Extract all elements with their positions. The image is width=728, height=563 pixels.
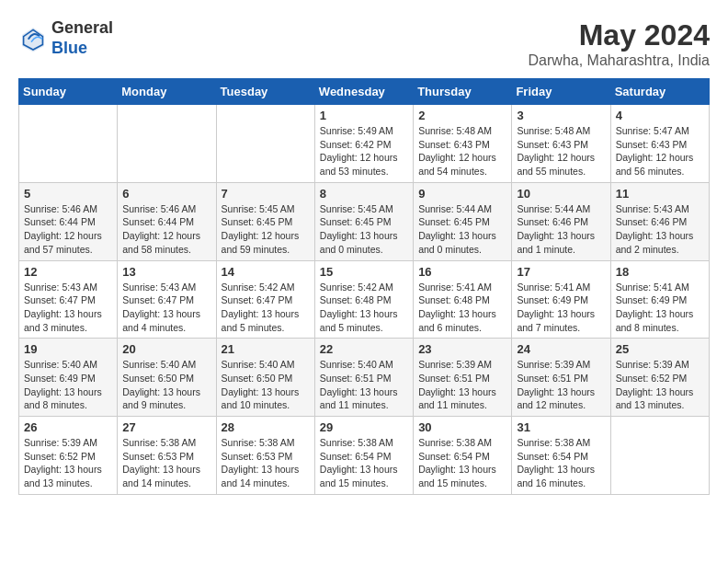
day-header-wednesday: Wednesday (314, 79, 413, 105)
day-info: Sunrise: 5:45 AMSunset: 6:45 PMDaylight:… (222, 202, 310, 257)
day-cell: 13Sunrise: 5:43 AMSunset: 6:47 PMDayligh… (118, 260, 216, 339)
page-header: General Blue May 2024 Darwha, Maharashtr… (18, 18, 710, 69)
logo: General Blue (18, 18, 113, 58)
day-cell: 2Sunrise: 5:48 AMSunset: 6:43 PMDaylight… (414, 105, 512, 183)
day-cell: 3Sunrise: 5:48 AMSunset: 6:43 PMDaylight… (512, 105, 610, 183)
day-cell: 27Sunrise: 5:38 AMSunset: 6:53 PMDayligh… (118, 417, 216, 495)
day-cell: 19Sunrise: 5:40 AMSunset: 6:49 PMDayligh… (19, 339, 118, 417)
day-number: 2 (418, 109, 506, 122)
location: Darwha, Maharashtra, India (529, 52, 710, 69)
day-cell: 14Sunrise: 5:42 AMSunset: 6:47 PMDayligh… (216, 260, 314, 339)
week-row-4: 19Sunrise: 5:40 AMSunset: 6:49 PMDayligh… (19, 339, 710, 417)
day-cell (118, 105, 216, 183)
day-cell: 18Sunrise: 5:41 AMSunset: 6:49 PMDayligh… (610, 260, 709, 339)
day-info: Sunrise: 5:40 AMSunset: 6:50 PMDaylight:… (122, 358, 210, 412)
day-number: 21 (222, 342, 310, 356)
day-cell: 21Sunrise: 5:40 AMSunset: 6:50 PMDayligh… (216, 339, 314, 417)
week-row-1: 1Sunrise: 5:49 AMSunset: 6:42 PMDaylight… (19, 105, 710, 183)
day-cell: 20Sunrise: 5:40 AMSunset: 6:50 PMDayligh… (118, 339, 216, 417)
day-cell: 23Sunrise: 5:39 AMSunset: 6:51 PMDayligh… (414, 339, 512, 417)
day-cell: 11Sunrise: 5:43 AMSunset: 6:46 PMDayligh… (610, 182, 709, 260)
day-cell: 1Sunrise: 5:49 AMSunset: 6:42 PMDaylight… (314, 105, 413, 183)
day-cell: 7Sunrise: 5:45 AMSunset: 6:45 PMDaylight… (216, 182, 314, 260)
day-number: 17 (517, 265, 605, 279)
day-header-friday: Friday (512, 79, 610, 105)
day-header-saturday: Saturday (610, 79, 709, 105)
day-number: 6 (122, 187, 210, 201)
day-info: Sunrise: 5:38 AMSunset: 6:54 PMDaylight:… (320, 436, 408, 490)
day-number: 16 (418, 265, 506, 279)
day-number: 3 (517, 109, 605, 122)
day-header-monday: Monday (118, 79, 216, 105)
day-header-sunday: Sunday (19, 79, 118, 105)
day-number: 1 (320, 109, 408, 122)
day-number: 11 (616, 187, 704, 201)
logo-text: General Blue (51, 18, 113, 58)
day-cell: 4Sunrise: 5:47 AMSunset: 6:43 PMDaylight… (610, 105, 709, 183)
month-title: May 2024 (529, 18, 710, 52)
calendar-table: SundayMondayTuesdayWednesdayThursdayFrid… (18, 78, 710, 495)
day-info: Sunrise: 5:41 AMSunset: 6:48 PMDaylight:… (418, 281, 506, 335)
day-cell: 5Sunrise: 5:46 AMSunset: 6:44 PMDaylight… (19, 182, 118, 260)
day-number: 8 (320, 187, 408, 201)
day-number: 12 (24, 265, 112, 279)
day-number: 5 (24, 187, 112, 201)
day-number: 7 (222, 187, 310, 201)
week-row-3: 12Sunrise: 5:43 AMSunset: 6:47 PMDayligh… (19, 260, 710, 339)
day-number: 9 (418, 187, 506, 201)
day-header-thursday: Thursday (414, 79, 512, 105)
day-info: Sunrise: 5:40 AMSunset: 6:51 PMDaylight:… (320, 358, 408, 412)
day-info: Sunrise: 5:40 AMSunset: 6:49 PMDaylight:… (24, 358, 112, 412)
day-number: 28 (222, 420, 310, 434)
day-info: Sunrise: 5:48 AMSunset: 6:43 PMDaylight:… (517, 124, 605, 178)
day-header-tuesday: Tuesday (216, 79, 314, 105)
day-cell (216, 105, 314, 183)
day-number: 14 (222, 265, 310, 279)
day-info: Sunrise: 5:41 AMSunset: 6:49 PMDaylight:… (616, 281, 704, 335)
day-number: 24 (517, 342, 605, 356)
day-number: 30 (418, 420, 506, 434)
day-info: Sunrise: 5:49 AMSunset: 6:42 PMDaylight:… (320, 124, 408, 178)
day-number: 18 (616, 265, 704, 279)
day-cell: 29Sunrise: 5:38 AMSunset: 6:54 PMDayligh… (314, 417, 413, 495)
day-cell: 30Sunrise: 5:38 AMSunset: 6:54 PMDayligh… (414, 417, 512, 495)
day-number: 27 (122, 420, 210, 434)
day-cell (19, 105, 118, 183)
day-info: Sunrise: 5:44 AMSunset: 6:46 PMDaylight:… (517, 202, 605, 257)
day-info: Sunrise: 5:46 AMSunset: 6:44 PMDaylight:… (24, 202, 112, 257)
day-info: Sunrise: 5:44 AMSunset: 6:45 PMDaylight:… (418, 202, 506, 257)
day-cell: 15Sunrise: 5:42 AMSunset: 6:48 PMDayligh… (314, 260, 413, 339)
day-info: Sunrise: 5:45 AMSunset: 6:45 PMDaylight:… (320, 202, 408, 257)
day-number: 25 (616, 342, 704, 356)
day-number: 26 (24, 420, 112, 434)
day-number: 4 (616, 109, 704, 122)
day-cell: 12Sunrise: 5:43 AMSunset: 6:47 PMDayligh… (19, 260, 118, 339)
calendar-body: 1Sunrise: 5:49 AMSunset: 6:42 PMDaylight… (19, 105, 710, 495)
day-number: 10 (517, 187, 605, 201)
calendar-header: SundayMondayTuesdayWednesdayThursdayFrid… (19, 79, 710, 105)
day-info: Sunrise: 5:48 AMSunset: 6:43 PMDaylight:… (418, 124, 506, 178)
day-info: Sunrise: 5:39 AMSunset: 6:52 PMDaylight:… (24, 436, 112, 490)
day-cell: 17Sunrise: 5:41 AMSunset: 6:49 PMDayligh… (512, 260, 610, 339)
day-info: Sunrise: 5:43 AMSunset: 6:47 PMDaylight:… (24, 281, 112, 335)
day-number: 15 (320, 265, 408, 279)
day-info: Sunrise: 5:46 AMSunset: 6:44 PMDaylight:… (122, 202, 210, 257)
day-cell: 16Sunrise: 5:41 AMSunset: 6:48 PMDayligh… (414, 260, 512, 339)
week-row-5: 26Sunrise: 5:39 AMSunset: 6:52 PMDayligh… (19, 417, 710, 495)
day-number: 31 (517, 420, 605, 434)
day-cell: 26Sunrise: 5:39 AMSunset: 6:52 PMDayligh… (19, 417, 118, 495)
day-number: 13 (122, 265, 210, 279)
day-info: Sunrise: 5:41 AMSunset: 6:49 PMDaylight:… (517, 281, 605, 335)
day-info: Sunrise: 5:40 AMSunset: 6:50 PMDaylight:… (222, 358, 310, 412)
day-cell: 25Sunrise: 5:39 AMSunset: 6:52 PMDayligh… (610, 339, 709, 417)
week-row-2: 5Sunrise: 5:46 AMSunset: 6:44 PMDaylight… (19, 182, 710, 260)
day-cell: 6Sunrise: 5:46 AMSunset: 6:44 PMDaylight… (118, 182, 216, 260)
day-info: Sunrise: 5:42 AMSunset: 6:47 PMDaylight:… (222, 281, 310, 335)
day-number: 19 (24, 342, 112, 356)
day-info: Sunrise: 5:38 AMSunset: 6:54 PMDaylight:… (418, 436, 506, 490)
day-number: 23 (418, 342, 506, 356)
day-info: Sunrise: 5:42 AMSunset: 6:48 PMDaylight:… (320, 281, 408, 335)
day-info: Sunrise: 5:38 AMSunset: 6:53 PMDaylight:… (222, 436, 310, 490)
day-number: 29 (320, 420, 408, 434)
day-info: Sunrise: 5:38 AMSunset: 6:53 PMDaylight:… (122, 436, 210, 490)
